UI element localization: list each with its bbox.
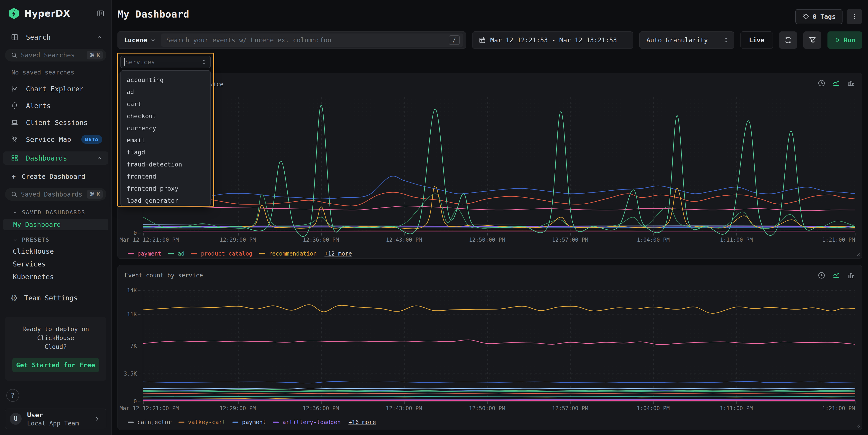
text-cursor	[124, 58, 125, 66]
date-range-picker[interactable]: Mar 12 12:21:53 - Mar 12 13:21:53	[472, 31, 633, 49]
bell-icon	[11, 102, 18, 109]
option-flagd[interactable]: flagd	[121, 146, 210, 158]
presets-section[interactable]: PRESETS	[0, 237, 111, 243]
sidebar-item-service-map[interactable]: Service Map BETA	[0, 134, 111, 145]
get-started-button[interactable]: Get Started for Free	[12, 358, 99, 372]
updown-chevron-icon	[202, 59, 207, 65]
option-accounting[interactable]: accounting	[121, 74, 210, 86]
option-email[interactable]: email	[121, 134, 210, 146]
sidebar-item-kubernetes[interactable]: Kubernetes	[0, 270, 111, 283]
x-axis-tick	[855, 233, 856, 236]
legend-item[interactable]: artillery-loadgen	[273, 419, 341, 426]
run-button[interactable]: Run	[828, 31, 862, 49]
sidebar-item-dashboards[interactable]: Dashboards	[3, 151, 108, 165]
sidebar-item-team-settings[interactable]: ⚙ Team Settings	[0, 292, 111, 304]
search-input[interactable]: Search your events w/ Lucene ex. column:…	[161, 33, 463, 47]
legend-item[interactable]: ad	[168, 250, 184, 257]
legend-item[interactable]: cainjector	[128, 419, 172, 426]
x-axis-label: Mar 12 12:21:00 PM	[120, 237, 179, 243]
bar-chart-icon[interactable]	[847, 79, 855, 87]
granularity-select[interactable]: Auto Granularity	[640, 31, 734, 49]
plot-row: 03.5K7K11K14K	[125, 290, 855, 402]
x-axis-tick	[487, 233, 488, 236]
sidebar-item-label: Alerts	[26, 102, 102, 110]
language-select[interactable]: Lucene	[118, 36, 161, 44]
resize-grip[interactable]	[856, 252, 860, 257]
sidebar-collapse-icon[interactable]	[97, 9, 104, 17]
legend-item[interactable]: payment	[232, 419, 266, 426]
y-axis-label: 11K	[127, 311, 141, 317]
x-axis-label: 1:04:00 PM	[637, 405, 670, 411]
sidebar-item-search[interactable]: Search	[0, 32, 111, 42]
line-chart-icon[interactable]	[832, 79, 840, 87]
option-checkout[interactable]: checkout	[121, 110, 210, 122]
x-axis-label: 12:29:00 PM	[220, 237, 256, 243]
legend-label: payment	[242, 419, 266, 426]
sidebar-item-client-sessions[interactable]: Client Sessions	[0, 117, 111, 128]
sidebar-item-my-dashboard[interactable]: My Dashboard	[3, 219, 108, 230]
chart-card-latency: vice 0 Mar 12 12:21:00 PM12:29:00 PM12:3…	[118, 73, 862, 259]
legend-label: ad	[178, 250, 184, 257]
option-ad[interactable]: ad	[121, 86, 210, 98]
sidebar-item-chart-explorer[interactable]: Chart Explorer	[0, 84, 111, 94]
y-axis-label: 0	[134, 398, 141, 405]
option-currency[interactable]: currency	[121, 122, 210, 134]
sidebar-item-alerts[interactable]: Alerts	[0, 100, 111, 111]
option-frontend[interactable]: frontend	[121, 170, 210, 182]
legend-label: product-catalog	[201, 250, 252, 257]
legend-more-link[interactable]: +16 more	[348, 419, 376, 426]
search-icon	[11, 52, 17, 58]
laptop-icon	[11, 119, 18, 126]
option-frontend-proxy[interactable]: frontend-proxy	[121, 182, 210, 194]
refresh-button[interactable]	[779, 31, 797, 49]
option-load-generator[interactable]: load-generator	[121, 194, 210, 206]
table-icon	[11, 33, 18, 41]
chevron-down-icon	[150, 37, 156, 43]
legend-more-link[interactable]: +12 more	[324, 250, 352, 257]
plot-area[interactable]	[143, 290, 855, 402]
app-title: HyperDX	[24, 8, 97, 19]
no-saved-searches-text: No saved searches	[11, 69, 111, 76]
line-chart-icon[interactable]	[832, 272, 840, 279]
option-fraud-detection[interactable]: fraud-detection	[121, 158, 210, 170]
legend-item[interactable]: valkey-cart	[179, 419, 226, 426]
legend-dash	[232, 422, 239, 423]
saved-dashboards-section[interactable]: SAVED DASHBOARDS	[0, 209, 111, 216]
resize-grip[interactable]	[856, 424, 860, 428]
bar-chart-icon[interactable]	[847, 272, 855, 279]
plot-area[interactable]	[143, 97, 855, 233]
user-meta: User Local App Team	[27, 411, 94, 427]
saved-searches-input[interactable]: Saved Searches ⌘ K	[5, 49, 106, 61]
sidebar-item-services[interactable]: Services	[0, 257, 111, 270]
services-filter-input[interactable]: Services	[120, 56, 211, 68]
search-placeholder: Search your events w/ Lucene ex. column:…	[166, 36, 449, 44]
saved-dashboards-placeholder: Saved Dashboards	[21, 191, 87, 198]
filter-button[interactable]	[803, 31, 821, 49]
dashboard-menu-button[interactable]	[846, 9, 862, 24]
user-menu[interactable]: U User Local App Team	[5, 409, 106, 429]
user-name: User	[27, 411, 94, 419]
x-axis-label: 1:11:00 PM	[720, 237, 753, 243]
x-axis-tick	[238, 401, 239, 404]
card-header: Event count by service	[125, 271, 855, 280]
saved-dashboards-input[interactable]: Saved Dashboards ⌘ K	[5, 188, 106, 200]
promo-text-line2: Cloud?	[11, 342, 100, 351]
sidebar-item-clickhouse[interactable]: ClickHouse	[0, 245, 111, 257]
x-axis-label: 12:57:00 PM	[552, 405, 588, 411]
plus-icon: +	[11, 172, 16, 181]
x-axis-tick	[321, 401, 322, 404]
create-dashboard-button[interactable]: + Create Dashboard	[0, 172, 111, 182]
legend-item[interactable]: payment	[128, 250, 161, 257]
time-icon[interactable]	[818, 79, 826, 87]
legend-dash	[168, 253, 174, 254]
x-axis-label: 12:29:00 PM	[220, 405, 256, 411]
time-icon[interactable]	[818, 272, 826, 279]
help-button[interactable]: ?	[6, 389, 19, 402]
legend-item[interactable]: product-catalog	[191, 250, 252, 257]
option-cart[interactable]: cart	[121, 98, 210, 110]
legend-item[interactable]: recommendation	[259, 250, 317, 257]
tags-button[interactable]: 0 Tags	[795, 9, 842, 24]
x-axis-label: Mar 12 12:21:00 PM	[120, 405, 179, 411]
hyperdx-logo-icon	[9, 8, 19, 19]
live-button[interactable]: Live	[741, 31, 773, 49]
